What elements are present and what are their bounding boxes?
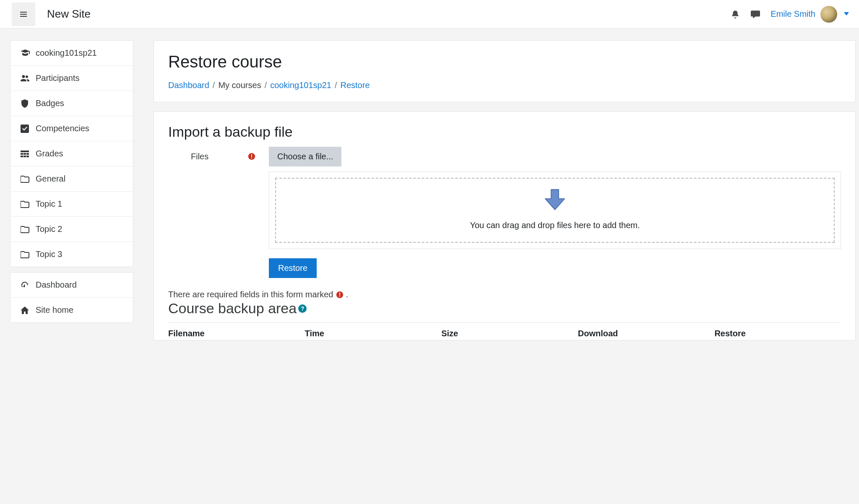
user-menu-toggle[interactable] [844,10,849,18]
sidebar-item-label: General [36,174,65,184]
column-header-size: Size [441,329,568,338]
breadcrumb-course[interactable]: cooking101sp21 [270,81,331,90]
shield-icon [21,99,30,108]
sidebar-item-label: Competencies [36,124,89,133]
caret-down-icon [844,11,849,16]
main-region: Restore course Dashboard / My courses / … [143,40,859,504]
site-name[interactable]: New Site [47,8,91,21]
files-label: Files [191,152,208,161]
import-heading: Import a backup file [168,124,841,140]
messages-button[interactable] [748,7,763,22]
sidebar-item-label: Topic 2 [36,224,62,234]
folder-icon [21,250,30,259]
sidebar-item-label: Grades [36,149,63,158]
download-arrow-icon [544,189,566,211]
sidebar-item-label: Topic 1 [36,199,62,209]
sidebar-item-competencies[interactable]: Competencies [10,116,133,141]
choose-file-button[interactable]: Choose a file... [269,147,341,166]
sidebar-item-participants[interactable]: Participants [10,65,133,91]
users-icon [21,74,30,83]
import-backup-card: Import a backup file Files Choose a file… [154,112,856,340]
breadcrumb-dashboard[interactable]: Dashboard [168,81,209,90]
sidebar-item-grades[interactable]: Grades [10,141,133,166]
course-nav-group: cooking101sp21ParticipantsBadgesCompeten… [10,40,133,267]
breadcrumb-separator: / [213,81,215,90]
sidebar-item-topic-2[interactable]: Topic 2 [10,216,133,242]
backup-table-header: FilenameTimeSizeDownloadRestore [168,322,841,338]
required-note-text-pre: There are required fields in this form m… [168,290,333,299]
course-backup-area-heading: Course backup area? [168,300,841,317]
check-square-icon [21,124,30,133]
sidebar-item-label: Site home [36,305,73,315]
column-header-filename: Filename [168,329,295,338]
avatar[interactable] [820,6,837,23]
column-header-restore: Restore [714,329,841,338]
site-nav-group: DashboardSite home [10,272,133,323]
files-form-row: Files Choose a file... [168,147,841,278]
required-note-text-post: . [346,290,349,299]
sidebar-item-badges[interactable]: Badges [10,91,133,116]
body-layout: cooking101sp21ParticipantsBadgesCompeten… [0,29,859,504]
tachometer-icon [21,281,30,290]
sidebar-item-general[interactable]: General [10,166,133,191]
sidebar-item-label: Topic 3 [36,249,62,259]
nav-drawer: cooking101sp21ParticipantsBadgesCompeten… [0,40,143,504]
sidebar-item-dashboard[interactable]: Dashboard [10,273,133,297]
sidebar-item-topic-3[interactable]: Topic 3 [10,242,133,267]
sidebar-item-label: Badges [36,99,64,108]
chat-icon [751,10,760,19]
breadcrumb-restore[interactable]: Restore [340,81,370,90]
sidebar-item-cooking101sp21[interactable]: cooking101sp21 [10,41,133,65]
required-icon [248,153,255,160]
sidebar-item-label: cooking101sp21 [36,48,97,58]
file-drop-container: You can drag and drop files here to add … [269,171,841,249]
notifications-button[interactable] [728,7,743,22]
home-icon [21,306,30,315]
files-field-col: Choose a file... You can drag and drop f… [269,147,841,278]
page-title: Restore course [168,52,841,71]
column-header-time: Time [305,329,432,338]
breadcrumb-separator: / [265,81,267,90]
folder-icon [21,174,30,184]
folder-icon [21,225,30,234]
bell-icon [731,10,740,19]
table-icon [21,149,30,158]
sidebar-item-topic-1[interactable]: Topic 1 [10,191,133,216]
file-drop-zone[interactable]: You can drag and drop files here to add … [275,178,835,243]
sidebar-item-site-home[interactable]: Site home [10,297,133,322]
column-header-download: Download [578,329,705,338]
top-navbar: New Site Emile Smith [0,0,859,29]
page-header-card: Restore course Dashboard / My courses / … [154,40,856,102]
nav-drawer-toggle[interactable] [12,3,35,26]
backup-heading-text: Course backup area [168,300,297,317]
breadcrumb: Dashboard / My courses / cooking101sp21 … [168,81,841,90]
files-label-col: Files [168,147,269,161]
user-menu-name[interactable]: Emile Smith [770,9,815,19]
breadcrumb-separator: / [335,81,337,90]
sidebar-item-label: Participants [36,73,80,83]
required-icon [336,291,344,299]
breadcrumb-mycourses: My courses [218,81,261,90]
hamburger-icon [19,10,28,18]
help-icon[interactable]: ? [298,304,307,313]
required-fields-note: There are required fields in this form m… [168,290,841,299]
restore-button[interactable]: Restore [269,258,317,278]
folder-icon [21,200,30,209]
sidebar-item-label: Dashboard [36,280,77,290]
drop-instruction-text: You can drag and drop files here to add … [470,221,640,230]
graduation-cap-icon [21,49,30,58]
